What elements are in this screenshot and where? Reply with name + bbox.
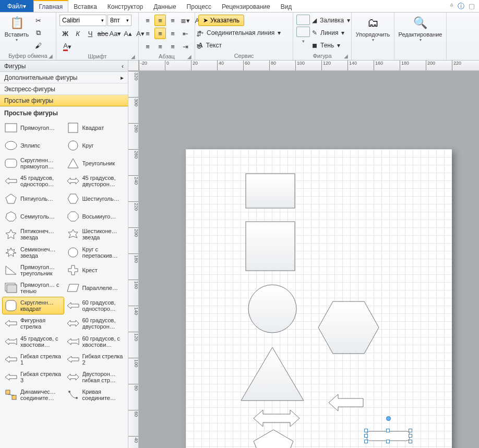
fill-button[interactable]: ◢ Заливка ▾ [312, 15, 350, 26]
shape-item[interactable]: Квадрат [64, 119, 126, 137]
shape-item[interactable]: Параллеле… [64, 279, 126, 297]
shape-item[interactable]: Треугольник [64, 154, 126, 172]
shape-launcher[interactable]: ◢ [344, 53, 348, 59]
bullets-button[interactable]: ≣▾ [179, 15, 191, 26]
tab-view[interactable]: Вид [276, 0, 297, 12]
shape-item-icon [66, 139, 80, 152]
shape-item[interactable]: Динамичес… соедините… [2, 386, 64, 404]
quick-style-button[interactable] [296, 15, 310, 25]
help-icon[interactable]: ⓘ [458, 2, 464, 11]
arrange-button[interactable]: 🗂 Упорядочить ▾ [355, 14, 391, 42]
align-bot-left[interactable]: ≡ [142, 41, 153, 52]
font-size-select[interactable]: 8пт▾ [107, 15, 131, 26]
italic-button[interactable]: К [72, 28, 83, 39]
copy-button[interactable]: ⧉ [32, 27, 44, 39]
window-close-icon[interactable]: ▢ [469, 2, 475, 10]
shape-hexagon[interactable] [317, 300, 380, 355]
pointer-tool[interactable]: ➤ Указатель [198, 15, 244, 26]
shape-item[interactable]: Гибкая стрелка 3 [2, 368, 64, 386]
shape-square[interactable] [245, 221, 295, 271]
quick-style-2-button[interactable] [296, 27, 310, 37]
shape-triangle[interactable] [240, 346, 305, 402]
shape-arrow-left[interactable] [328, 393, 364, 412]
shape-item[interactable]: Шестиконе… звезда [64, 225, 126, 243]
viewport[interactable] [139, 71, 479, 448]
grow-font-button[interactable]: A▴ [122, 28, 134, 39]
shape-item[interactable]: 45 градусов, двусторон… [64, 172, 126, 190]
ribbon-minimize-icon[interactable]: ᐞ [450, 2, 453, 10]
shape-item[interactable]: Шестиуголь… [64, 190, 126, 208]
align-bot-right[interactable]: ≡ [167, 41, 178, 52]
align-mid-right[interactable]: ≡ [167, 28, 178, 39]
shape-item[interactable]: Круг [64, 137, 126, 154]
align-top-right[interactable]: ≡ [167, 15, 178, 26]
shape-item[interactable]: Пятиуголь… [2, 190, 64, 208]
tab-insert[interactable]: Вставка [68, 0, 102, 12]
bold-button[interactable]: Ж [59, 28, 71, 39]
underline-button[interactable]: Ч [85, 28, 96, 39]
tab-process[interactable]: Процесс [182, 0, 217, 12]
shape-item[interactable]: Семиконеч… звезда [2, 244, 64, 261]
case-button[interactable]: Aa▾ [110, 28, 121, 39]
shape-item-icon [4, 335, 18, 348]
tab-home[interactable]: Главная [33, 0, 69, 12]
shape-item[interactable]: Скругленн… прямоугол… [2, 154, 64, 172]
align-mid-center[interactable]: ≡ [154, 28, 166, 39]
align-top-left[interactable]: ≡ [142, 15, 153, 26]
indent-inc-button[interactable]: ⇥ [179, 41, 191, 52]
panel-more-shapes[interactable]: Дополнительные фигуры▸ [0, 72, 128, 83]
tab-file[interactable]: Файл ▾ [0, 0, 33, 12]
shape-rectangle[interactable] [245, 173, 295, 209]
shape-item[interactable]: Прямоугол… с тенью [2, 279, 64, 297]
editing-button[interactable]: 🔍 Редактирование ▾ [398, 14, 443, 42]
tab-review[interactable]: Рецензирование [217, 0, 276, 12]
shape-item-icon [4, 371, 18, 383]
connector-tool[interactable]: ⤳ Соединительная линия ▾ [198, 27, 290, 39]
shape-item[interactable]: Скругленн… квадрат [2, 297, 64, 314]
drawing-page[interactable] [186, 149, 452, 448]
format-painter-button[interactable]: 🖌 [32, 40, 44, 51]
align-mid-left[interactable]: ≡ [142, 28, 153, 39]
shape-item[interactable]: Крест [64, 261, 126, 279]
shape-item[interactable]: 45 градусов, с хвостови… [2, 333, 64, 350]
align-top-center[interactable]: ≡ [154, 15, 166, 26]
shape-rounded-square-selected[interactable] [366, 431, 410, 448]
font-launcher[interactable]: ◢ [131, 54, 135, 59]
indent-dec-button[interactable]: ⇤ [179, 28, 191, 39]
shape-circle[interactable] [247, 284, 297, 334]
shape-item[interactable]: Двусторон… гибкая стр… [64, 368, 126, 386]
shape-pentagon[interactable] [253, 429, 294, 448]
shape-item[interactable]: 60 градусов, односторо… [64, 297, 126, 314]
cut-button[interactable]: ✂ [32, 15, 44, 26]
align-bot-center[interactable]: ≡ [154, 41, 166, 52]
shape-item[interactable]: 60 градусов, с хвостови… [64, 333, 126, 350]
shape-item[interactable]: Фигурная стрелка [2, 314, 64, 332]
shape-item[interactable]: Восьмиуго… [64, 208, 126, 225]
panel-collapse-icon[interactable]: ‹ [122, 63, 124, 70]
shape-arrow-double[interactable] [253, 409, 301, 428]
shape-item[interactable]: Круг с перетаскив… [64, 244, 126, 261]
shadow-button[interactable]: ◼ Тень ▾ [312, 40, 350, 51]
panel-quick-shapes[interactable]: Экспресс-фигуры [0, 83, 128, 95]
text-tool[interactable]: A Текст [198, 40, 290, 51]
shape-item[interactable]: 60 градусов, двусторон… [64, 314, 126, 332]
panel-simple-shapes[interactable]: Простые фигуры [0, 95, 128, 106]
shape-item[interactable]: 45 градусов, односторо… [2, 172, 64, 190]
shape-item[interactable]: Кривая соедините… [64, 386, 126, 404]
shape-item[interactable]: Прямоугол… [2, 119, 64, 137]
clipboard-launcher[interactable]: ◢ [49, 53, 53, 59]
strike-button[interactable]: abc [97, 28, 109, 39]
shape-item[interactable]: Эллипс [2, 137, 64, 154]
paragraph-launcher[interactable]: ◢ [187, 54, 191, 59]
line-button[interactable]: ✎ Линия ▾ [312, 27, 350, 39]
shape-item[interactable]: Семиуголь… [2, 208, 64, 225]
font-name-select[interactable]: Calibri▾ [59, 15, 106, 26]
shape-item[interactable]: Гибкая стрелка 1 [2, 350, 64, 368]
shape-item[interactable]: Прямоугол… треугольник [2, 261, 64, 279]
paste-button[interactable]: 📋 Вставить ▾ [3, 14, 30, 42]
tab-data[interactable]: Данные [148, 0, 181, 12]
tab-design[interactable]: Конструктор [102, 0, 148, 12]
shape-item[interactable]: Пятиконеч… звезда [2, 225, 64, 243]
shape-item[interactable]: Гибкая стрелка 2 [64, 350, 126, 368]
font-color-button[interactable]: A▾ [59, 41, 75, 52]
